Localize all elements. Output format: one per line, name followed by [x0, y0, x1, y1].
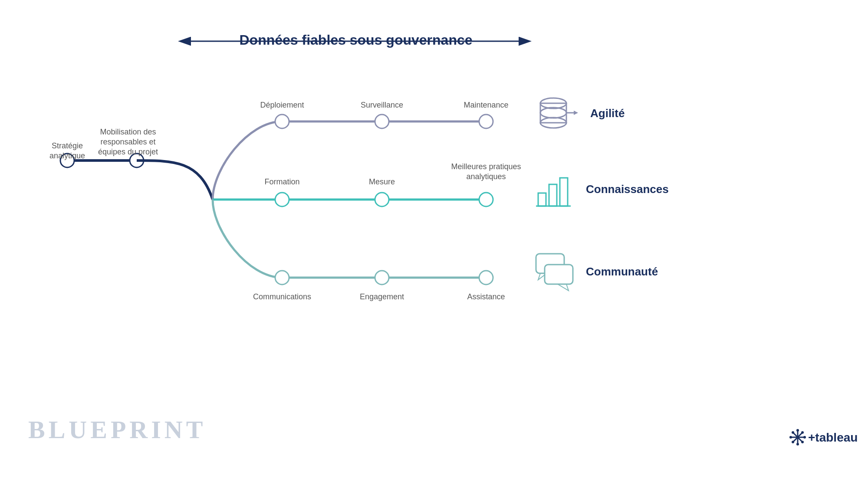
svg-marker-15: [558, 284, 569, 291]
svg-marker-7: [574, 111, 578, 115]
svg-rect-3: [540, 103, 566, 123]
label-conn-3b: analytiques: [466, 172, 506, 181]
agilite-node-1: [275, 115, 289, 128]
connaissances-node-2: [375, 193, 389, 206]
svg-point-24: [803, 436, 806, 439]
connaissances-icon: [536, 178, 571, 206]
communaute-node-1: [275, 271, 289, 285]
blueprint-watermark: BLUEPRINT: [28, 416, 206, 444]
svg-rect-10: [560, 178, 568, 206]
svg-point-28: [792, 441, 794, 443]
connaissances-node-1: [275, 193, 289, 206]
svg-point-23: [789, 436, 792, 439]
communaute-branch: [213, 200, 282, 278]
communaute-node-2: [375, 271, 389, 285]
label-category-connaissances: Connaissances: [586, 183, 669, 196]
label-agilite-1: Déploiement: [260, 101, 304, 109]
agilite-branch: [213, 121, 282, 200]
label-conn-3a: Meilleures pratiques: [451, 162, 521, 171]
svg-rect-14: [545, 265, 573, 284]
label-stem-node1: Stratégie: [52, 141, 83, 150]
svg-point-21: [796, 429, 799, 432]
svg-rect-9: [549, 184, 557, 206]
label-stem-node2b: responsables et: [100, 138, 155, 146]
agilite-icon: [540, 98, 578, 128]
label-category-agilite: Agilité: [590, 107, 625, 120]
svg-point-27: [801, 431, 804, 434]
label-comm-2: Engagement: [360, 292, 404, 301]
label-comm-3: Assistance: [467, 292, 505, 301]
label-agilite-2: Surveillance: [361, 101, 403, 109]
agilite-node-2: [375, 115, 389, 128]
svg-point-5: [540, 108, 566, 118]
svg-point-25: [792, 431, 794, 434]
label-stem-node2c: équipes du projet: [98, 147, 158, 156]
label-agilite-3: Maintenance: [464, 101, 508, 109]
label-stem-node1b: analytique: [49, 151, 85, 160]
connaissances-node-3: [479, 193, 493, 206]
tableau-logo-text: +tableau: [808, 431, 858, 444]
svg-point-22: [796, 443, 799, 445]
communaute-node-3: [479, 271, 493, 285]
label-category-communaute: Communauté: [586, 265, 658, 278]
agilite-node-3: [479, 115, 493, 128]
label-conn-2: Mesure: [369, 177, 395, 186]
label-conn-1: Formation: [264, 177, 299, 186]
svg-rect-8: [538, 193, 546, 206]
label-comm-1: Communications: [253, 292, 311, 301]
label-stem-node2a: Mobilisation des: [100, 128, 156, 136]
stem-curve: [137, 160, 213, 200]
communaute-icon: [536, 254, 573, 291]
tableau-logo-icon: [789, 429, 806, 445]
header-title: Données fiables sous gouvernance: [239, 32, 472, 48]
svg-point-26: [801, 441, 804, 443]
